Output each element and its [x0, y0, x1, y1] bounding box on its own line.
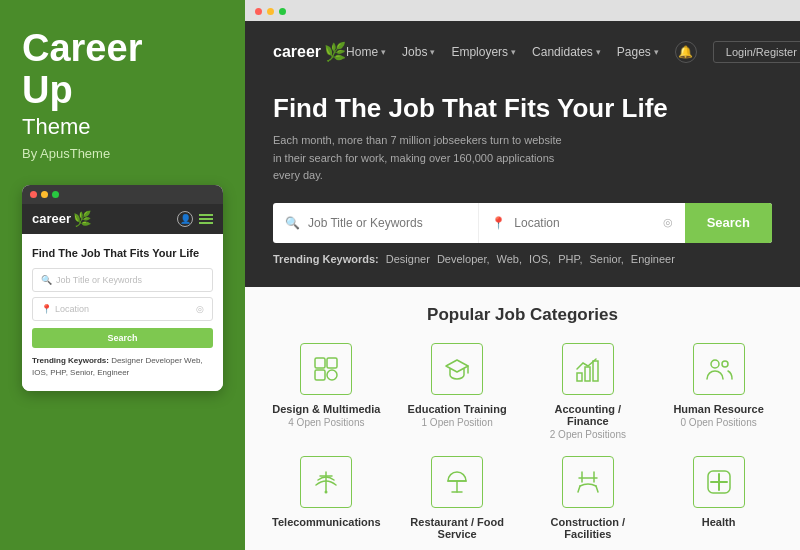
chrome-dot-red [255, 8, 262, 15]
mini-browser-bar [22, 185, 223, 204]
telecommunications-name: Telecommunications [272, 516, 381, 528]
notification-bell-icon[interactable]: 🔔 [675, 41, 697, 63]
category-health[interactable]: Health [664, 456, 774, 542]
human-resource-icon [693, 343, 745, 395]
location-input-wrap: 📍 ◎ [479, 203, 684, 243]
category-design-multimedia[interactable]: Design & Multimedia 4 Open Positions [271, 343, 381, 440]
categories-grid-row1: Design & Multimedia 4 Open Positions Edu… [261, 343, 784, 440]
mini-nav-icons: 👤 [177, 211, 213, 227]
left-panel: CareerUp Theme By ApusTheme career 🌿 👤 F… [0, 0, 245, 550]
nav-home[interactable]: Home ▾ [346, 45, 386, 59]
brand-theme: Theme [22, 114, 223, 140]
svg-rect-5 [577, 373, 582, 381]
svg-rect-2 [315, 370, 325, 380]
location-target-icon: ◎ [663, 216, 673, 229]
hero-nav-links: Home ▾ Jobs ▾ Employers ▾ Candidates ▾ P… [346, 41, 800, 63]
trending-keyword-developer[interactable]: Developer, [437, 253, 490, 265]
mini-location-search[interactable]: 📍 Location ◎ [32, 297, 213, 321]
health-icon [693, 456, 745, 508]
mini-content: Find The Job That Fits Your Life 🔍 Job T… [22, 234, 223, 391]
hero-heading: Find The Job That Fits Your Life [273, 93, 772, 124]
keyword-input-wrap: 🔍 [273, 203, 479, 243]
location-pin-icon: 📍 [491, 216, 506, 230]
trending-keywords-line: Trending Keywords: Designer Developer, W… [273, 253, 772, 265]
mini-location-icon: 📍 [41, 304, 52, 314]
mini-browser-mockup: career 🌿 👤 Find The Job That Fits Your L… [22, 185, 223, 391]
design-multimedia-name: Design & Multimedia [272, 403, 380, 415]
category-construction-facilities[interactable]: Construction / Facilities [533, 456, 643, 542]
trending-keyword-ios[interactable]: IOS, [529, 253, 551, 265]
trending-keyword-engineer[interactable]: Engineer [631, 253, 675, 265]
category-telecommunications[interactable]: Telecommunications [271, 456, 381, 542]
nav-candidates[interactable]: Candidates ▾ [532, 45, 601, 59]
category-human-resource[interactable]: Human Resource 0 Open Positions [664, 343, 774, 440]
nav-pages[interactable]: Pages ▾ [617, 45, 659, 59]
hero-section: career 🌿 Home ▾ Jobs ▾ Employers ▾ Candi… [245, 21, 800, 287]
chrome-dot-yellow [267, 8, 274, 15]
mini-logo: career 🌿 [32, 210, 92, 228]
education-training-name: Education Training [408, 403, 507, 415]
mini-search-button[interactable]: Search [32, 328, 213, 348]
accounting-finance-count: 2 Open Positions [550, 429, 626, 440]
nav-employers[interactable]: Employers ▾ [451, 45, 516, 59]
category-restaurant-food[interactable]: Restaurant / Food Service [402, 456, 512, 542]
mini-nav: career 🌿 👤 [22, 204, 223, 234]
login-register-button[interactable]: Login/Register [713, 41, 800, 63]
hero-nav: career 🌿 Home ▾ Jobs ▾ Employers ▾ Candi… [273, 41, 772, 63]
restaurant-food-name: Restaurant / Food Service [402, 516, 512, 540]
human-resource-name: Human Resource [673, 403, 763, 415]
hero-logo-leaf-icon: 🌿 [324, 41, 346, 63]
chrome-dot-green [279, 8, 286, 15]
svg-rect-6 [585, 367, 590, 381]
brand-by: By ApusTheme [22, 146, 223, 161]
keyword-search-icon: 🔍 [285, 216, 300, 230]
health-name: Health [702, 516, 736, 528]
location-input[interactable] [514, 216, 654, 230]
right-panel: career 🌿 Home ▾ Jobs ▾ Employers ▾ Candi… [245, 0, 800, 550]
browser-chrome [245, 0, 800, 21]
human-resource-count: 0 Open Positions [681, 417, 757, 428]
restaurant-food-icon [431, 456, 483, 508]
mini-logo-leaf-icon: 🌿 [73, 210, 92, 228]
dot-green [52, 191, 59, 198]
accounting-finance-icon [562, 343, 614, 395]
design-multimedia-count: 4 Open Positions [288, 417, 364, 428]
mini-trending-keywords: Trending Keywords: Designer Developer We… [32, 355, 213, 379]
dot-yellow [41, 191, 48, 198]
hero-search-button[interactable]: Search [685, 203, 772, 243]
mini-keyword-search[interactable]: 🔍 Job Title or Keywords [32, 268, 213, 292]
mini-search-icon: 🔍 [41, 275, 52, 285]
keyword-input[interactable] [308, 216, 466, 230]
mini-search-placeholder: Job Title or Keywords [56, 275, 142, 285]
categories-grid-row2: Telecommunications Restaurant / Food Ser… [261, 456, 784, 542]
mini-hamburger-icon[interactable] [199, 214, 213, 224]
trending-keyword-designer[interactable]: Designer [386, 253, 430, 265]
construction-facilities-name: Construction / Facilities [533, 516, 643, 540]
mini-person-icon: 👤 [177, 211, 193, 227]
mini-location-placeholder: Location [55, 304, 89, 314]
design-multimedia-icon [300, 343, 352, 395]
category-education-training[interactable]: Education Training 1 Open Position [402, 343, 512, 440]
mini-location-right-icon: ◎ [196, 304, 204, 314]
mini-hero-title: Find The Job That Fits Your Life [32, 246, 213, 260]
dot-red [30, 191, 37, 198]
hero-logo: career 🌿 [273, 41, 346, 63]
hero-subtext: Each month, more than 7 million jobseeke… [273, 132, 563, 185]
svg-point-8 [711, 360, 719, 368]
brand-title: CareerUp [22, 28, 223, 112]
categories-section: Popular Job Categories Design & Multimed… [245, 287, 800, 550]
trending-keyword-senior[interactable]: Senior, [590, 253, 624, 265]
nav-jobs[interactable]: Jobs ▾ [402, 45, 435, 59]
category-accounting-finance[interactable]: Accounting / Finance 2 Open Positions [533, 343, 643, 440]
categories-title: Popular Job Categories [261, 305, 784, 325]
accounting-finance-name: Accounting / Finance [533, 403, 643, 427]
brand-block: CareerUp Theme By ApusTheme [22, 28, 223, 161]
svg-point-3 [327, 370, 337, 380]
svg-rect-1 [327, 358, 337, 368]
hero-search-bar: 🔍 📍 ◎ Search [273, 203, 772, 243]
trending-keyword-web[interactable]: Web, [497, 253, 522, 265]
education-training-count: 1 Open Position [422, 417, 493, 428]
svg-rect-7 [593, 361, 598, 381]
svg-rect-0 [315, 358, 325, 368]
trending-keyword-php[interactable]: PHP, [558, 253, 582, 265]
